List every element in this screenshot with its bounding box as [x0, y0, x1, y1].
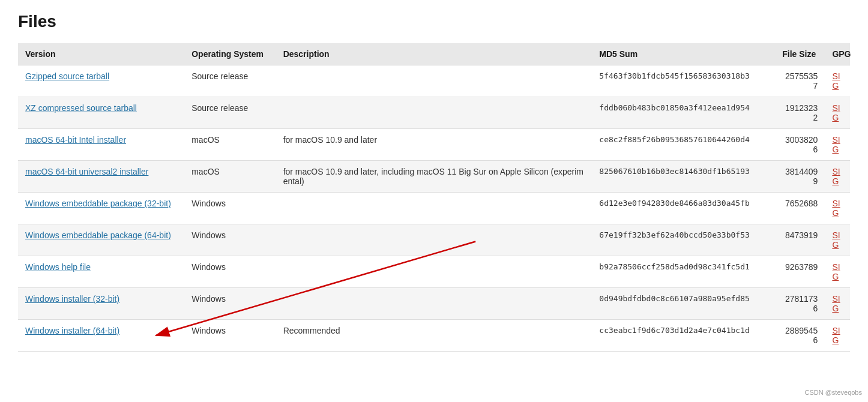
gpg-cell[interactable]: SIG: [825, 256, 850, 288]
gpg-cell[interactable]: SIG: [825, 288, 850, 320]
version-cell[interactable]: Windows embeddable package (64-bit): [18, 224, 184, 256]
md5-cell: 825067610b16b03ec814630df1b65193: [592, 161, 775, 193]
gpg-cell[interactable]: SIG: [825, 97, 850, 129]
table-row: Windows installer (64-bit)WindowsRecomme…: [18, 320, 850, 352]
os-cell: Source release: [184, 65, 276, 97]
filesize-cell: 19123232: [775, 97, 825, 129]
header-version: Version: [18, 43, 184, 65]
version-cell[interactable]: Windows help file: [18, 256, 184, 288]
table-row: Gzipped source tarballSource release5f46…: [18, 65, 850, 97]
description-cell: Recommended: [276, 320, 592, 352]
description-cell: [276, 288, 592, 320]
filesize-cell: 7652688: [775, 193, 825, 224]
description-cell: [276, 256, 592, 288]
gpg-cell[interactable]: SIG: [825, 65, 850, 97]
version-cell[interactable]: XZ compressed source tarball: [18, 97, 184, 129]
md5-cell: fddb060b483bc01850a3f412eea1d954: [592, 97, 775, 129]
gpg-cell[interactable]: SIG: [825, 129, 850, 161]
version-cell[interactable]: macOS 64-bit Intel installer: [18, 129, 184, 161]
version-cell[interactable]: Windows installer (32-bit): [18, 288, 184, 320]
table-row: Windows embeddable package (32-bit)Windo…: [18, 193, 850, 224]
gpg-cell[interactable]: SIG: [825, 161, 850, 193]
table-row: macOS 64-bit universal2 installermacOSfo…: [18, 161, 850, 193]
description-cell: [276, 65, 592, 97]
table-row: Windows help fileWindowsb92a78506ccf258d…: [18, 256, 850, 288]
table-row: Windows installer (32-bit)Windows0d949bd…: [18, 288, 850, 320]
filesize-cell: 9263789: [775, 256, 825, 288]
md5-cell: 6d12e3e0f942830de8466a83d30a45fb: [592, 193, 775, 224]
table-row: XZ compressed source tarballSource relea…: [18, 97, 850, 129]
filesize-cell: 38144099: [775, 161, 825, 193]
filesize-cell: 28895456: [775, 320, 825, 352]
version-cell[interactable]: Windows installer (64-bit): [18, 320, 184, 352]
os-cell: Windows: [184, 288, 276, 320]
md5-cell: ce8c2f885f26b09536857610644260d4: [592, 129, 775, 161]
table-row: Windows embeddable package (64-bit)Windo…: [18, 224, 850, 256]
os-cell: macOS: [184, 129, 276, 161]
description-cell: for macOS 10.9 and later, including macO…: [276, 161, 592, 193]
filesize-cell: 30038206: [775, 129, 825, 161]
files-table: Version Operating System Description MD5…: [18, 43, 850, 352]
description-cell: [276, 224, 592, 256]
table-body: Gzipped source tarballSource release5f46…: [18, 65, 850, 352]
header-gpg: GPG: [825, 43, 850, 65]
os-cell: Windows: [184, 224, 276, 256]
md5-cell: cc3eabc1f9d6c703d1d2a4e7c041bc1d: [592, 320, 775, 352]
os-cell: Windows: [184, 256, 276, 288]
os-cell: Source release: [184, 97, 276, 129]
version-cell[interactable]: Windows embeddable package (32-bit): [18, 193, 184, 224]
description-cell: for macOS 10.9 and later: [276, 129, 592, 161]
description-cell: [276, 193, 592, 224]
header-md5: MD5 Sum: [592, 43, 775, 65]
version-cell[interactable]: macOS 64-bit universal2 installer: [18, 161, 184, 193]
os-cell: Windows: [184, 193, 276, 224]
md5-cell: 5f463f30b1fdcb545f156583630318b3: [592, 65, 775, 97]
files-table-wrapper: Version Operating System Description MD5…: [18, 43, 850, 352]
version-cell[interactable]: Gzipped source tarball: [18, 65, 184, 97]
gpg-cell[interactable]: SIG: [825, 320, 850, 352]
gpg-cell[interactable]: SIG: [825, 224, 850, 256]
md5-cell: 0d949bdfdbd0c8c66107a980a95efd85: [592, 288, 775, 320]
os-cell: Windows: [184, 320, 276, 352]
header-description: Description: [276, 43, 592, 65]
table-header: Version Operating System Description MD5…: [18, 43, 850, 65]
header-os: Operating System: [184, 43, 276, 65]
header-filesize: File Size: [775, 43, 825, 65]
os-cell: macOS: [184, 161, 276, 193]
md5-cell: 67e19ff32b3ef62a40bccd50e33b0f53: [592, 224, 775, 256]
filesize-cell: 25755357: [775, 65, 825, 97]
description-cell: [276, 97, 592, 129]
filesize-cell: 27811736: [775, 288, 825, 320]
filesize-cell: 8473919: [775, 224, 825, 256]
md5-cell: b92a78506ccf258d5ad0d98c341fc5d1: [592, 256, 775, 288]
table-row: macOS 64-bit Intel installermacOSfor mac…: [18, 129, 850, 161]
gpg-cell[interactable]: SIG: [825, 193, 850, 224]
page-title: Files: [18, 12, 850, 31]
